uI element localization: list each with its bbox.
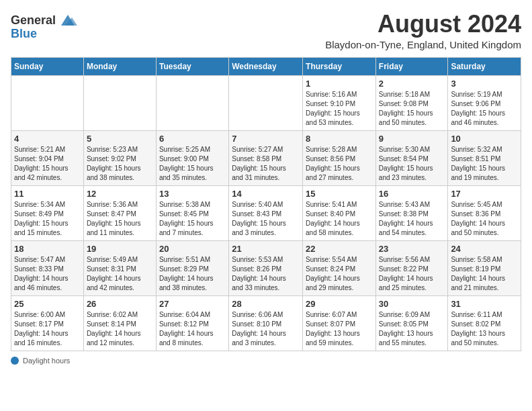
calendar-cell: 21Sunrise: 5:53 AM Sunset: 8:26 PM Dayli… <box>229 240 303 295</box>
day-info: Sunrise: 5:53 AM Sunset: 8:26 PM Dayligh… <box>232 255 300 293</box>
day-number: 8 <box>306 134 373 144</box>
day-number: 15 <box>306 189 373 199</box>
calendar-cell: 14Sunrise: 5:40 AM Sunset: 8:43 PM Dayli… <box>229 185 303 240</box>
calendar-cell: 12Sunrise: 5:36 AM Sunset: 8:47 PM Dayli… <box>83 185 156 240</box>
day-number: 10 <box>451 134 518 144</box>
day-number: 22 <box>306 244 373 254</box>
calendar-cell <box>83 75 156 130</box>
day-info: Sunrise: 5:18 AM Sunset: 9:08 PM Dayligh… <box>379 90 445 128</box>
calendar-day-header-monday: Monday <box>83 57 156 75</box>
day-number: 20 <box>159 244 226 254</box>
day-number: 1 <box>306 79 373 89</box>
day-info: Sunrise: 5:40 AM Sunset: 8:43 PM Dayligh… <box>232 200 300 238</box>
day-number: 30 <box>379 299 445 309</box>
daylight-dot <box>11 357 19 365</box>
calendar-cell: 2Sunrise: 5:18 AM Sunset: 9:08 PM Daylig… <box>375 75 448 130</box>
day-info: Sunrise: 5:51 AM Sunset: 8:29 PM Dayligh… <box>159 255 226 293</box>
calendar-cell: 30Sunrise: 6:09 AM Sunset: 8:05 PM Dayli… <box>375 295 448 351</box>
calendar-week-row: 4Sunrise: 5:21 AM Sunset: 9:04 PM Daylig… <box>11 130 521 185</box>
day-info: Sunrise: 5:41 AM Sunset: 8:40 PM Dayligh… <box>306 200 373 238</box>
calendar-cell: 28Sunrise: 6:06 AM Sunset: 8:10 PM Dayli… <box>229 295 303 351</box>
calendar-week-row: 1Sunrise: 5:16 AM Sunset: 9:10 PM Daylig… <box>11 75 521 130</box>
calendar-cell: 9Sunrise: 5:30 AM Sunset: 8:54 PM Daylig… <box>375 130 448 185</box>
day-number: 18 <box>14 244 81 254</box>
day-info: Sunrise: 5:23 AM Sunset: 9:02 PM Dayligh… <box>87 145 153 183</box>
logo-icon <box>58 11 77 30</box>
day-info: Sunrise: 5:43 AM Sunset: 8:38 PM Dayligh… <box>379 200 445 238</box>
day-number: 29 <box>306 299 373 309</box>
calendar-day-header-sunday: Sunday <box>11 57 84 75</box>
calendar-cell: 31Sunrise: 6:11 AM Sunset: 8:02 PM Dayli… <box>448 295 521 351</box>
day-info: Sunrise: 5:19 AM Sunset: 9:06 PM Dayligh… <box>451 90 518 128</box>
calendar-day-header-wednesday: Wednesday <box>229 57 303 75</box>
calendar-cell: 7Sunrise: 5:27 AM Sunset: 8:58 PM Daylig… <box>229 130 303 185</box>
calendar-cell: 29Sunrise: 6:07 AM Sunset: 8:07 PM Dayli… <box>303 295 376 351</box>
day-info: Sunrise: 5:28 AM Sunset: 8:56 PM Dayligh… <box>306 145 373 183</box>
calendar-cell: 20Sunrise: 5:51 AM Sunset: 8:29 PM Dayli… <box>156 240 228 295</box>
calendar-cell: 26Sunrise: 6:02 AM Sunset: 8:14 PM Dayli… <box>83 295 156 351</box>
month-year-title: August 2024 <box>325 11 521 38</box>
day-number: 28 <box>232 299 300 309</box>
calendar-week-row: 11Sunrise: 5:34 AM Sunset: 8:49 PM Dayli… <box>11 185 521 240</box>
day-info: Sunrise: 5:34 AM Sunset: 8:49 PM Dayligh… <box>14 200 81 238</box>
logo: General Blue <box>11 11 77 41</box>
calendar-cell: 8Sunrise: 5:28 AM Sunset: 8:56 PM Daylig… <box>303 130 376 185</box>
calendar-cell: 18Sunrise: 5:47 AM Sunset: 8:33 PM Dayli… <box>11 240 84 295</box>
day-info: Sunrise: 6:00 AM Sunset: 8:17 PM Dayligh… <box>14 310 81 348</box>
calendar-cell: 5Sunrise: 5:23 AM Sunset: 9:02 PM Daylig… <box>83 130 156 185</box>
calendar-table: SundayMondayTuesdayWednesdayThursdayFrid… <box>11 57 521 351</box>
day-number: 21 <box>232 244 300 254</box>
day-number: 2 <box>379 79 445 89</box>
calendar-cell: 19Sunrise: 5:49 AM Sunset: 8:31 PM Dayli… <box>83 240 156 295</box>
day-info: Sunrise: 5:36 AM Sunset: 8:47 PM Dayligh… <box>87 200 153 238</box>
day-info: Sunrise: 5:45 AM Sunset: 8:36 PM Dayligh… <box>451 200 518 238</box>
calendar-cell: 11Sunrise: 5:34 AM Sunset: 8:49 PM Dayli… <box>11 185 84 240</box>
day-info: Sunrise: 5:16 AM Sunset: 9:10 PM Dayligh… <box>306 90 373 128</box>
day-number: 4 <box>14 134 81 144</box>
calendar-day-header-thursday: Thursday <box>303 57 376 75</box>
title-block: August 2024 Blaydon-on-Tyne, England, Un… <box>325 11 521 50</box>
day-number: 16 <box>379 189 445 199</box>
day-number: 3 <box>451 79 518 89</box>
calendar-cell: 6Sunrise: 5:25 AM Sunset: 9:00 PM Daylig… <box>156 130 228 185</box>
calendar-cell: 3Sunrise: 5:19 AM Sunset: 9:06 PM Daylig… <box>448 75 521 130</box>
calendar-cell <box>229 75 303 130</box>
day-info: Sunrise: 5:47 AM Sunset: 8:33 PM Dayligh… <box>14 255 81 293</box>
calendar-day-header-friday: Friday <box>375 57 448 75</box>
calendar-cell <box>11 75 84 130</box>
day-number: 25 <box>14 299 81 309</box>
day-number: 11 <box>14 189 81 199</box>
day-info: Sunrise: 5:30 AM Sunset: 8:54 PM Dayligh… <box>379 145 445 183</box>
day-number: 13 <box>159 189 226 199</box>
calendar-header-row: SundayMondayTuesdayWednesdayThursdayFrid… <box>11 57 521 75</box>
day-info: Sunrise: 6:02 AM Sunset: 8:14 PM Dayligh… <box>87 310 153 348</box>
day-number: 14 <box>232 189 300 199</box>
day-number: 26 <box>87 299 153 309</box>
location-subtitle: Blaydon-on-Tyne, England, United Kingdom <box>325 39 521 50</box>
calendar-cell: 10Sunrise: 5:32 AM Sunset: 8:51 PM Dayli… <box>448 130 521 185</box>
calendar-cell: 13Sunrise: 5:38 AM Sunset: 8:45 PM Dayli… <box>156 185 228 240</box>
calendar-cell: 22Sunrise: 5:54 AM Sunset: 8:24 PM Dayli… <box>303 240 376 295</box>
calendar-cell: 27Sunrise: 6:04 AM Sunset: 8:12 PM Dayli… <box>156 295 228 351</box>
day-number: 12 <box>87 189 153 199</box>
page-header: General Blue August 2024 Blaydon-on-Tyne… <box>11 11 521 50</box>
calendar-day-header-saturday: Saturday <box>448 57 521 75</box>
calendar-cell: 24Sunrise: 5:58 AM Sunset: 8:19 PM Dayli… <box>448 240 521 295</box>
calendar-week-row: 18Sunrise: 5:47 AM Sunset: 8:33 PM Dayli… <box>11 240 521 295</box>
day-number: 31 <box>451 299 518 309</box>
day-number: 23 <box>379 244 445 254</box>
day-number: 7 <box>232 134 300 144</box>
calendar-cell: 4Sunrise: 5:21 AM Sunset: 9:04 PM Daylig… <box>11 130 84 185</box>
day-info: Sunrise: 5:56 AM Sunset: 8:22 PM Dayligh… <box>379 255 445 293</box>
logo-text-blue: Blue <box>11 27 37 41</box>
calendar-cell: 23Sunrise: 5:56 AM Sunset: 8:22 PM Dayli… <box>375 240 448 295</box>
day-info: Sunrise: 5:58 AM Sunset: 8:19 PM Dayligh… <box>451 255 518 293</box>
calendar-cell: 1Sunrise: 5:16 AM Sunset: 9:10 PM Daylig… <box>303 75 376 130</box>
day-info: Sunrise: 5:32 AM Sunset: 8:51 PM Dayligh… <box>451 145 518 183</box>
calendar-cell <box>156 75 228 130</box>
calendar-cell: 16Sunrise: 5:43 AM Sunset: 8:38 PM Dayli… <box>375 185 448 240</box>
day-info: Sunrise: 6:06 AM Sunset: 8:10 PM Dayligh… <box>232 310 300 348</box>
day-number: 17 <box>451 189 518 199</box>
day-number: 9 <box>379 134 445 144</box>
day-number: 5 <box>87 134 153 144</box>
